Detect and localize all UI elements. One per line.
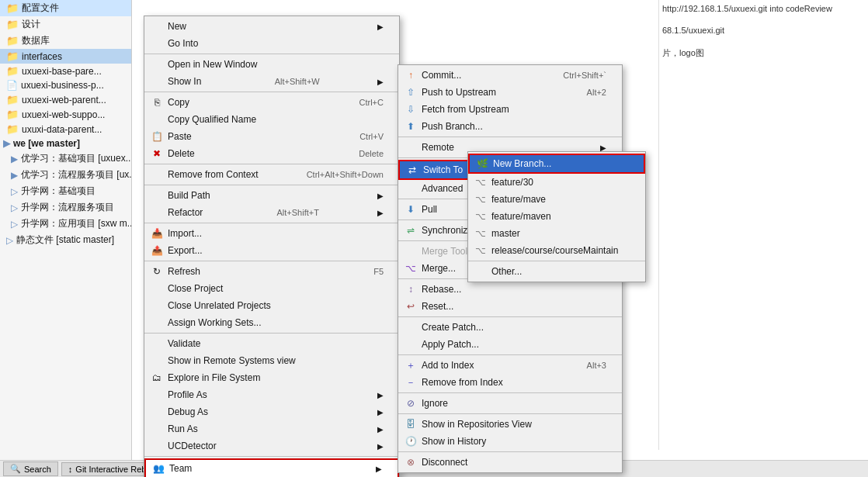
menu2-remove-index[interactable]: － Remove from Index (398, 374, 622, 391)
sidebar-item-web-parent[interactable]: 📁 uxuexi-web-parent... (0, 92, 131, 107)
team-icon: 👥 (152, 462, 165, 475)
log-area: http://192.168.1.5/uxuexi.git into codeR… (658, 0, 868, 450)
refactor-icon (151, 206, 163, 219)
assign-icon (151, 316, 163, 329)
menu2-rebase[interactable]: ↕ Rebase... (398, 281, 622, 298)
sidebar-item-web-suppo[interactable]: 📁 uxuexi-web-suppo... (0, 107, 131, 122)
menu-item-close-project[interactable]: Close Project (144, 280, 399, 297)
menu-item-open-window[interactable]: Open in New Window (144, 56, 399, 73)
profile-icon (151, 389, 163, 401)
sidebar-label: 优学习：流程服务项目 [ux... (21, 168, 132, 181)
copy-qualified-icon (151, 113, 163, 126)
separator (144, 164, 399, 164)
menu-item-refresh[interactable]: ↻ Refresh F5 (144, 263, 399, 280)
arrow-icon: ▶ (377, 209, 384, 217)
sidebar-item-yxx1[interactable]: ▶ 优学习：基础项目 [uxuex... (0, 150, 131, 167)
menu2-push-branch[interactable]: ⬆ Push Branch... (398, 118, 622, 135)
separator (144, 223, 399, 223)
menu3-feature-mave[interactable]: ⌥ feature/mave (468, 191, 645, 208)
sidebar-item-config[interactable]: 📁 配置文件 (0, 0, 131, 16)
menu3-master[interactable]: ⌥ master (468, 225, 645, 242)
arrow-icon: ▶ (377, 425, 384, 434)
menu-item-build-path[interactable]: Build Path ▶ (144, 187, 399, 204)
menu-item-close-unrelated[interactable]: Close Unrelated Projects (144, 297, 399, 314)
sidebar-item-we[interactable]: ▶ we [we master] (0, 137, 131, 150)
reset-icon: ↩ (404, 300, 417, 313)
sidebar-item-yxx2[interactable]: ▶ 优学习：流程服务项目 [ux... (0, 167, 131, 183)
sidebar-label: 升学网：流程服务项目 (21, 201, 114, 214)
menu2-reset[interactable]: ↩ Reset... (398, 298, 622, 315)
sidebar-label: 数据库 (22, 34, 50, 47)
sidebar-item-base[interactable]: 📁 uxuexi-base-pare... (0, 64, 131, 78)
menu2-show-history[interactable]: 🕐 Show in History (398, 433, 622, 450)
menu-item-validate[interactable]: Validate (144, 335, 399, 352)
menu-item-go-into[interactable]: Go Into (144, 35, 399, 52)
sidebar-item-interfaces[interactable]: 📁 interfaces (0, 49, 131, 64)
folder-icon: 📁 (6, 19, 19, 30)
menu-item-export[interactable]: 📤 Export... (144, 242, 399, 259)
sidebar-item-static[interactable]: ▷ 静态文件 [static master] (0, 232, 131, 248)
menu-item-delete[interactable]: ✖ Delete Delete (144, 145, 399, 162)
apply-patch-icon (404, 338, 417, 351)
branch-icon: ⌥ (474, 193, 487, 206)
sidebar-label: 静态文件 [static master] (16, 233, 114, 247)
menu3-new-branch[interactable]: 🌿 New Branch... (468, 154, 645, 174)
menu3-feature-maven[interactable]: ⌥ feature/maven (468, 208, 645, 225)
arrow-icon: ▶ (377, 192, 384, 200)
search-tab[interactable]: 🔍 Search (3, 461, 58, 476)
arrow-icon: ▶ (377, 442, 384, 451)
history-icon: 🕐 (404, 435, 417, 448)
menu2-add-index[interactable]: ＋ Add to Index Alt+3 (398, 357, 622, 374)
menu2-fetch-upstream[interactable]: ⇩ Fetch from Upstream (398, 101, 622, 118)
sidebar-item-sxw2[interactable]: ▷ 升学网：流程服务项目 (0, 199, 131, 216)
menu-item-remove-context[interactable]: Remove from Context Ctrl+Alt+Shift+Down (144, 166, 399, 183)
remote-icon (404, 141, 417, 154)
sidebar-item-db[interactable]: 📁 数据库 (0, 33, 131, 49)
sidebar-item-business[interactable]: 📄 uxuexi-business-p... (0, 78, 131, 92)
team-label: Team (169, 463, 192, 474)
menu-item-import[interactable]: 📥 Import... (144, 225, 399, 242)
menu-item-refactor[interactable]: Refactor Alt+Shift+T ▶ (144, 204, 399, 221)
arrow-icon: ▶ (376, 465, 382, 473)
arrow-icon: ▶ (600, 143, 606, 152)
menu2-commit[interactable]: ↑ Commit... Ctrl+Shift+` (398, 67, 622, 84)
search-label: Search (24, 465, 51, 474)
menu3-release[interactable]: ⌥ release/course/courseMaintain (468, 242, 645, 259)
menu-item-ucdetector[interactable]: UCDetector ▶ (144, 437, 399, 455)
project-icon: ▷ (6, 235, 13, 246)
import-icon: 📥 (151, 227, 163, 240)
menu2-apply-patch[interactable]: Apply Patch... (398, 336, 622, 353)
menu-item-show-in[interactable]: Show In Alt+Shift+W ▶ (144, 73, 399, 90)
sidebar-label: uxuexi-base-pare... (22, 66, 102, 77)
sidebar-item-sxw1[interactable]: ▷ 升学网：基础项目 (0, 183, 131, 199)
menu2-show-repos[interactable]: 🗄 Show in Repositories View (398, 416, 622, 433)
menu-item-new[interactable]: New ▶ (144, 18, 399, 35)
menu2-ignore[interactable]: ⊘ Ignore (398, 395, 622, 412)
menu-item-explore[interactable]: 🗂 Explore in File System (144, 369, 399, 386)
sidebar-item-design[interactable]: 📁 设计 (0, 16, 131, 33)
menu-item-profile[interactable]: Profile As ▶ (144, 386, 399, 403)
menu-item-assign-sets[interactable]: Assign Working Sets... (144, 314, 399, 331)
menu-item-copy-qualified[interactable]: Copy Qualified Name (144, 111, 399, 128)
menu3-feature30[interactable]: ⌥ feature/30 (468, 174, 645, 191)
separator (144, 261, 399, 261)
build-icon (151, 189, 163, 202)
menu-item-debug[interactable]: Debug As ▶ (144, 403, 399, 420)
menu-item-run[interactable]: Run As ▶ (144, 420, 399, 437)
menu-item-paste[interactable]: 📋 Paste Ctrl+V (144, 128, 399, 145)
refresh-icon: ↻ (151, 265, 163, 278)
menu-item-team[interactable]: 👥 Team ▶ (144, 458, 399, 477)
sidebar-label: uxuexi-web-suppo... (22, 109, 105, 120)
sidebar-item-sxw3[interactable]: ▷ 升学网：应用项目 [sxw m... (0, 216, 131, 232)
menu-item-copy[interactable]: ⎘ Copy Ctrl+C (144, 94, 399, 111)
sidebar-item-data-parent[interactable]: 📁 uxuxi-data-parent... (0, 122, 131, 137)
arrow-icon: ▶ (377, 22, 384, 31)
menu2-disconnect[interactable]: ⊗ Disconnect (398, 454, 622, 471)
menu3-other[interactable]: Other... (468, 263, 645, 280)
sidebar-label: 升学网：基础项目 (21, 185, 95, 198)
menu2-push-upstream[interactable]: ⇧ Push to Upstream Alt+2 (398, 84, 622, 101)
menu2-create-patch[interactable]: Create Patch... (398, 319, 622, 336)
context-menu-1: New ▶ Go Into Open in New Window Show In… (144, 16, 400, 477)
menu-item-show-remote[interactable]: Show in Remote Systems view (144, 352, 399, 369)
project-icon: ▷ (11, 219, 18, 230)
